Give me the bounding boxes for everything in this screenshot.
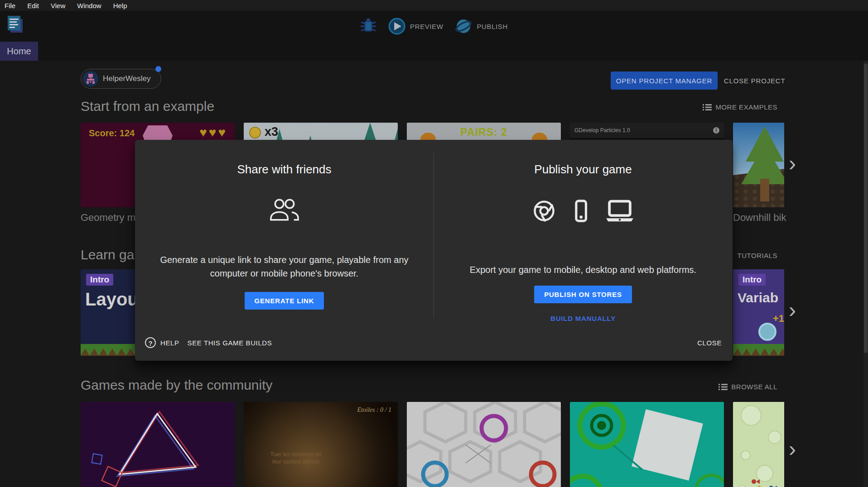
community-next-chevron-icon[interactable]: › xyxy=(789,440,796,458)
avatar xyxy=(83,71,98,86)
examples-next-chevron-icon[interactable]: › xyxy=(789,154,796,172)
see-builds-button[interactable]: SEE THIS GAME BUILDS xyxy=(188,339,272,347)
info-icon[interactable]: i xyxy=(713,127,719,134)
hint-text: Tuer les monstres en leur sautant dessus xyxy=(244,451,348,465)
rings-art xyxy=(570,402,724,487)
intro-tag: Intro xyxy=(738,274,766,286)
menu-edit[interactable]: Edit xyxy=(27,2,39,10)
publish-label: PUBLISH xyxy=(477,23,508,30)
toolbar-center: PREVIEW PUBLISH xyxy=(360,11,508,42)
menu-help[interactable]: Help xyxy=(113,2,127,10)
example-card-downhill-bike[interactable]: G xyxy=(733,123,784,207)
score-text: Score: 124 xyxy=(89,128,135,138)
triangle-art xyxy=(81,402,235,487)
particles-title: GDevelop Particles 1.0 xyxy=(574,123,630,138)
help-icon[interactable]: ? xyxy=(145,337,156,348)
gdevelop-window: File Edit View Window Help PREVIEW xyxy=(0,0,868,487)
slime-character xyxy=(758,323,776,341)
community-row: Etoiles : 0 / 1 Tuer les monstres en leu… xyxy=(81,402,784,487)
share-title: Share with friends xyxy=(135,162,434,177)
publish-title: Publish your game xyxy=(434,162,733,177)
coin-multiplier: x3 xyxy=(265,125,278,139)
chrome-icon xyxy=(531,198,557,224)
list-icon xyxy=(703,104,712,111)
build-manually-link[interactable]: BUILD MANUALLY xyxy=(434,315,733,322)
list-icon xyxy=(719,383,728,391)
share-description: Generate a unique link to share your gam… xyxy=(144,253,424,280)
generate-link-button[interactable]: GENERATE LINK xyxy=(245,292,324,310)
open-project-manager-button[interactable]: OPEN PROJECT MANAGER xyxy=(611,72,718,90)
preview-label: PREVIEW xyxy=(410,23,443,30)
tutorial-card-variables[interactable]: Intro Variab +1 xyxy=(733,269,784,356)
variables-word: Variab xyxy=(738,290,778,306)
community-section-title: Games made by the community xyxy=(81,377,273,393)
ground-teeth xyxy=(733,349,784,356)
examples-section-title: Start from an example xyxy=(81,99,214,114)
tutorials-button[interactable]: TUTORIALS xyxy=(738,252,777,259)
more-examples-button[interactable]: MORE EXAMPLES xyxy=(703,103,777,111)
tree-shape xyxy=(746,126,784,162)
browse-all-button[interactable]: BROWSE ALL xyxy=(719,383,777,391)
hexagon-art xyxy=(407,402,561,487)
learn-section-title: Learn ga xyxy=(81,247,134,263)
user-chip[interactable]: HelperWesley xyxy=(81,69,161,89)
publish-on-stores-button[interactable]: PUBLISH ON STORES xyxy=(534,286,632,303)
learn-next-chevron-icon[interactable]: › xyxy=(789,301,796,319)
notification-dot xyxy=(155,66,161,72)
community-card-bubbles[interactable] xyxy=(733,402,784,487)
scrollbar-thumb[interactable] xyxy=(864,63,868,353)
people-icon xyxy=(267,198,302,224)
close-project-button[interactable]: CLOSE PROJECT xyxy=(724,72,785,90)
intro-tag: Intro xyxy=(86,274,113,286)
smartphone-icon xyxy=(569,198,593,224)
menu-bar: File Edit View Window Help xyxy=(0,0,868,11)
preview-play-icon xyxy=(388,18,405,35)
example-caption-downhill: Downhill bik xyxy=(733,212,786,224)
tab-home-label: Home xyxy=(7,46,31,57)
coin-icon xyxy=(249,127,261,138)
hearts: ♥♥♥ xyxy=(199,125,227,140)
tutorials-label: TUTORIALS xyxy=(738,252,777,259)
bubbles-art xyxy=(733,402,784,487)
more-examples-label: MORE EXAMPLES xyxy=(715,103,777,111)
project-manager-icon[interactable] xyxy=(6,14,24,36)
tab-home[interactable]: Home xyxy=(0,42,38,61)
publish-description: Export your game to mobile, desktop and … xyxy=(443,263,723,277)
stars-counter: Etoiles : 0 / 1 xyxy=(357,406,391,414)
username: HelperWesley xyxy=(103,74,151,83)
publish-globe-icon xyxy=(455,18,473,35)
community-card-hexagons[interactable] xyxy=(407,402,561,487)
tab-bar: Home xyxy=(0,42,868,61)
dialog-footer: ? HELP SEE THIS GAME BUILDS CLOSE xyxy=(145,334,722,351)
share-publish-dialog: Share with friends Generate a unique lin… xyxy=(135,140,733,361)
browse-all-label: BROWSE ALL xyxy=(731,383,777,391)
help-button[interactable]: HELP xyxy=(160,339,179,347)
debug-icon[interactable] xyxy=(360,18,376,35)
example-caption-geometry: Geometry m xyxy=(81,212,135,224)
tree-trunk xyxy=(760,179,769,201)
publish-column: Publish your game xyxy=(434,140,733,334)
community-card-geometry[interactable] xyxy=(81,402,235,487)
preview-button[interactable]: PREVIEW xyxy=(388,18,443,35)
share-column: Share with friends Generate a unique lin… xyxy=(135,140,434,334)
publish-button[interactable]: PUBLISH xyxy=(455,18,508,35)
plus-one: +1 xyxy=(773,313,784,325)
menu-window[interactable]: Window xyxy=(77,2,101,10)
community-card-rings[interactable] xyxy=(570,402,724,487)
community-card-night[interactable]: Etoiles : 0 / 1 Tuer les monstres en leu… xyxy=(244,402,398,487)
menu-view[interactable]: View xyxy=(51,2,65,10)
laptop-icon xyxy=(605,199,635,223)
menu-file[interactable]: File xyxy=(5,2,15,10)
close-dialog-button[interactable]: CLOSE xyxy=(697,339,722,347)
